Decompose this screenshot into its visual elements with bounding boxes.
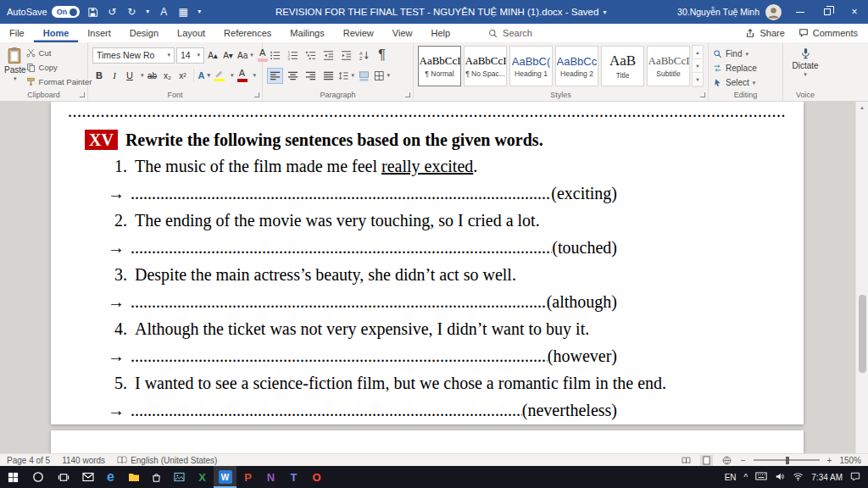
taskbar-app-powerpoint[interactable]: P — [236, 466, 259, 488]
redo-icon[interactable]: ↻ — [125, 3, 138, 20]
borders-button[interactable]: ▾ — [374, 68, 390, 84]
dictate-button[interactable]: Dictate ▾ — [787, 45, 823, 78]
justify-button[interactable] — [320, 68, 337, 84]
search-box[interactable]: Search — [488, 28, 532, 38]
tab-file[interactable]: File — [0, 24, 34, 42]
tab-layout[interactable]: Layout — [168, 24, 214, 42]
document-page-5-top[interactable] — [51, 430, 804, 453]
word-count[interactable]: 1140 words — [62, 456, 105, 465]
redo-dropdown-icon[interactable]: ▾ — [144, 3, 151, 20]
touch-mode-icon[interactable]: ▦ — [176, 3, 190, 20]
zoom-slider-thumb[interactable] — [786, 457, 789, 464]
restore-button[interactable] — [814, 0, 841, 24]
title-dropdown-icon[interactable]: ▾ — [603, 8, 606, 16]
answer-line-4[interactable]: →.......................................… — [68, 342, 617, 369]
styles-scroll-up-icon[interactable]: ▲ — [693, 46, 703, 59]
zoom-slider[interactable] — [754, 459, 820, 461]
cut-button[interactable]: Cut — [26, 47, 92, 59]
close-button[interactable]: × — [841, 0, 868, 24]
vertical-scrollbar[interactable]: ▲ — [855, 102, 868, 453]
style-heading-2[interactable]: AaBbCcL Heading 2 — [555, 46, 598, 86]
undo-icon[interactable]: ↺ — [105, 3, 119, 20]
answer-line-3[interactable]: →.......................................… — [68, 288, 617, 315]
styles-more-icon[interactable]: ▼ — [693, 73, 703, 86]
taskbar-app-browser[interactable]: O — [305, 466, 328, 488]
align-left-button[interactable] — [267, 68, 283, 84]
print-layout-button[interactable] — [700, 455, 713, 466]
font-family-select[interactable]: Times New Ro▾ — [92, 47, 175, 64]
style-title[interactable]: AaB Title — [601, 46, 644, 86]
zoom-out-button[interactable]: − — [741, 456, 746, 465]
replace-button[interactable]: Replace — [713, 62, 757, 75]
style-subtitle[interactable]: AaBbCcD Subtitle — [647, 46, 690, 86]
show-hidden-icons[interactable]: ^ — [744, 473, 748, 482]
find-button[interactable]: Find ▾ — [713, 47, 748, 60]
superscript-button[interactable]: x² — [176, 68, 190, 84]
style-no-spacing[interactable]: AaBbCcI ¶ No Spac... — [464, 46, 507, 86]
tab-review[interactable]: Review — [334, 24, 383, 42]
highlight-color-button[interactable] — [213, 68, 226, 84]
dictate-dropdown-icon[interactable]: ▾ — [804, 71, 807, 78]
tab-design[interactable]: Design — [120, 24, 168, 42]
minimize-button[interactable] — [787, 0, 814, 24]
italic-button[interactable]: I — [108, 68, 121, 84]
multilevel-list-button[interactable] — [303, 47, 319, 64]
autosave-toggle[interactable]: AutoSave On — [7, 6, 80, 18]
format-painter-button[interactable]: Format Painter — [26, 75, 92, 88]
underline-dropdown-icon[interactable]: ▾ — [141, 72, 144, 79]
style-normal[interactable]: AaBbCcI ¶ Normal — [418, 46, 461, 86]
taskbar-app-file-explorer[interactable] — [122, 466, 145, 488]
line-spacing-button[interactable]: ▾ — [338, 68, 354, 84]
grow-font-button[interactable]: A▴ — [206, 47, 220, 64]
subscript-button[interactable]: x₂ — [161, 68, 175, 84]
document-page-4[interactable]: ........................................… — [51, 102, 804, 424]
speaker-icon[interactable] — [775, 472, 785, 483]
bullet-list-button[interactable] — [267, 47, 283, 64]
tab-references[interactable]: References — [214, 24, 281, 42]
account-area[interactable]: 30.Nguyễn Tuệ Minh — [672, 4, 787, 20]
tab-view[interactable]: View — [383, 24, 422, 42]
scroll-up-icon[interactable]: ▲ — [856, 102, 868, 114]
text-effects-button[interactable]: A▾ — [198, 68, 211, 84]
task-view-button[interactable] — [51, 466, 76, 488]
font-color-dropdown-icon[interactable]: ▾ — [253, 72, 257, 79]
autosave-pill[interactable]: On — [52, 6, 81, 18]
strikethrough-button[interactable]: ab — [146, 68, 159, 84]
save-icon[interactable] — [86, 3, 99, 20]
zoom-level[interactable]: 150% — [839, 456, 861, 465]
increase-indent-button[interactable] — [338, 47, 354, 64]
show-formatting-button[interactable]: ¶ — [374, 47, 390, 64]
tab-mailings[interactable]: Mailings — [281, 24, 333, 42]
comments-button[interactable]: Comments — [798, 28, 858, 38]
wifi-icon[interactable] — [793, 472, 804, 483]
cortana-search-button[interactable] — [25, 466, 51, 488]
taskbar-app-store[interactable] — [145, 466, 168, 488]
change-case-button[interactable]: Aa▾ — [236, 47, 254, 64]
document-canvas[interactable]: ........................................… — [0, 102, 868, 453]
taskbar-app-mail[interactable] — [76, 466, 99, 488]
touch-keyboard-icon[interactable] — [755, 472, 767, 482]
bold-button[interactable]: B — [92, 68, 106, 84]
language-abbr[interactable]: EN — [725, 473, 737, 482]
taskbar-app-photos[interactable] — [168, 466, 191, 488]
taskbar-app-teams[interactable]: T — [282, 466, 305, 488]
shrink-font-button[interactable]: A▾ — [221, 47, 235, 64]
underline-button[interactable]: U — [123, 68, 136, 84]
taskbar-app-word[interactable]: W — [214, 466, 236, 488]
answer-line-2[interactable]: →.......................................… — [68, 234, 617, 261]
language-indicator[interactable]: English (United States) — [117, 456, 217, 465]
align-right-button[interactable] — [303, 68, 319, 84]
tab-insert[interactable]: Insert — [78, 24, 120, 42]
answer-line-1[interactable]: →.......................................… — [68, 180, 617, 207]
align-center-button[interactable] — [285, 68, 301, 84]
highlight-dropdown-icon[interactable]: ▾ — [231, 72, 234, 79]
page-indicator[interactable]: Page 4 of 5 — [7, 456, 50, 465]
scrollbar-thumb[interactable] — [859, 295, 866, 372]
answer-line-5[interactable]: →.......................................… — [68, 396, 617, 424]
taskbar-app-onenote[interactable]: N — [259, 466, 282, 488]
share-button[interactable]: Share — [745, 28, 784, 38]
tab-help[interactable]: Help — [421, 24, 459, 42]
start-button[interactable] — [0, 466, 25, 488]
read-mode-button[interactable] — [680, 455, 693, 466]
web-layout-button[interactable] — [721, 455, 733, 466]
